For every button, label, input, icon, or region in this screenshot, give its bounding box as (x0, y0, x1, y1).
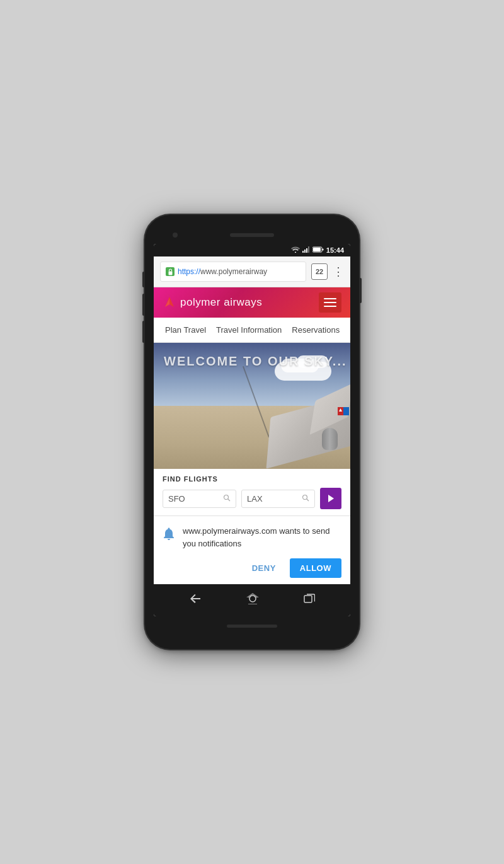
hero-title: WELCOME TO OUR SKY... (164, 354, 347, 369)
url-protocol: https:// (178, 267, 200, 276)
notification-actions: DENY ALLOW (163, 558, 341, 578)
nav-tab-travel-information[interactable]: Travel Information (211, 318, 287, 342)
from-input[interactable] (168, 494, 220, 504)
status-icons: 15:44 (291, 246, 344, 254)
hero-section: WELCOME TO OUR SKY... (154, 343, 350, 469)
nav-tab-reservations[interactable]: Reservations (287, 318, 345, 342)
mute-button (142, 321, 145, 343)
from-search-icon (223, 494, 231, 504)
to-input[interactable] (247, 494, 299, 504)
flight-search-button[interactable] (320, 488, 341, 509)
battery-icon (312, 246, 324, 254)
ssl-icon (166, 267, 175, 276)
to-search-icon (302, 494, 309, 504)
runway-line (243, 366, 270, 437)
svg-rect-2 (306, 248, 307, 253)
hamburger-line-3 (324, 306, 336, 307)
hamburger-menu-button[interactable] (319, 292, 341, 313)
svg-rect-7 (168, 271, 172, 275)
airline-header: polymer airways (154, 287, 350, 318)
notification-bar: www.polymerairways.com wants to send you… (154, 516, 350, 584)
svg-rect-1 (304, 250, 306, 253)
home-button[interactable] (240, 590, 265, 610)
from-input-wrap[interactable] (163, 490, 236, 508)
airline-flag-icon (338, 407, 349, 415)
svg-line-14 (228, 498, 231, 501)
hamburger-line-1 (324, 298, 336, 299)
browser-bar[interactable]: https://www.polymerairway 22 ⋮ (154, 256, 350, 287)
phone-bottom-hardware (154, 616, 350, 635)
hero-wing (243, 368, 350, 469)
navigation-tabs: Plan Travel Travel Information Reservati… (154, 318, 350, 343)
phone-speaker-top (230, 233, 274, 237)
back-button[interactable] (183, 590, 208, 610)
phone-camera (173, 233, 178, 238)
notification-content: www.polymerairways.com wants to send you… (163, 525, 341, 550)
airline-logo-icon (163, 296, 176, 309)
notification-text: www.polymerairways.com wants to send you… (183, 525, 341, 550)
time-display: 15:44 (326, 246, 344, 254)
url-bar[interactable]: https://www.polymerairway (160, 262, 306, 282)
airline-logo-area: polymer airways (163, 296, 262, 309)
svg-rect-3 (308, 246, 309, 253)
svg-marker-17 (328, 495, 334, 502)
url-text: https://www.polymerairway (178, 267, 267, 276)
svg-point-15 (303, 495, 307, 499)
wing-engine (322, 428, 338, 450)
hamburger-line-2 (324, 302, 336, 303)
svg-rect-5 (313, 248, 321, 251)
nav-tab-plan-travel[interactable]: Plan Travel (160, 318, 211, 342)
url-domain: www.polymerairway (200, 267, 267, 276)
svg-point-18 (249, 596, 256, 602)
svg-point-13 (224, 495, 229, 499)
power-button (359, 278, 362, 303)
phone-screen: 15:44 https://www.polymerairway 22 ⋮ (154, 244, 350, 616)
volume-up-button (142, 272, 145, 287)
allow-button[interactable]: ALLOW (290, 558, 341, 578)
volume-down-button (142, 294, 145, 316)
svg-rect-19 (304, 596, 312, 602)
phone-top-hardware (154, 226, 350, 244)
flight-search-form (163, 488, 341, 509)
signal-icon (302, 246, 310, 254)
tab-count[interactable]: 22 (311, 263, 328, 280)
svg-line-16 (307, 498, 309, 501)
svg-rect-11 (343, 407, 349, 415)
svg-rect-6 (322, 249, 323, 251)
to-input-wrap[interactable] (241, 490, 315, 508)
bell-icon (163, 526, 175, 543)
find-flights-section: FIND FLIGHTS (154, 469, 350, 516)
wifi-icon (291, 246, 300, 254)
chrome-bottom-nav (154, 584, 350, 616)
status-bar: 15:44 (154, 244, 350, 256)
airline-name: polymer airways (180, 296, 262, 309)
find-flights-label: FIND FLIGHTS (163, 475, 341, 483)
phone-device: 15:44 https://www.polymerairway 22 ⋮ (145, 215, 359, 649)
svg-rect-0 (302, 251, 304, 253)
deny-button[interactable]: DENY (246, 560, 282, 577)
browser-menu-button[interactable]: ⋮ (333, 265, 344, 279)
phone-speaker-bottom (227, 625, 277, 628)
recent-apps-button[interactable] (297, 591, 321, 609)
